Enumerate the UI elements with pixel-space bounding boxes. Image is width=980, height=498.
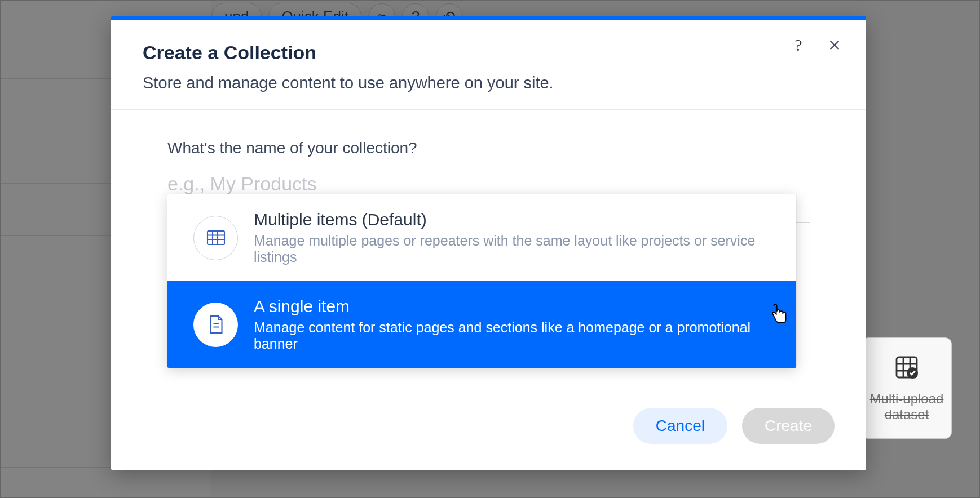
modal-body: What's the name of your collection? bbox=[111, 110, 866, 394]
cancel-button[interactable]: Cancel bbox=[633, 408, 727, 444]
help-icon[interactable]: ? bbox=[787, 34, 810, 56]
cursor-hand-icon bbox=[770, 304, 789, 327]
collection-name-label: What's the name of your collection? bbox=[167, 139, 810, 157]
modal-topbar bbox=[111, 16, 866, 20]
grid-icon bbox=[193, 216, 238, 260]
close-icon[interactable] bbox=[823, 34, 846, 56]
document-icon bbox=[193, 303, 238, 347]
create-collection-modal: Create a Collection Store and manage con… bbox=[111, 16, 866, 470]
option-desc: Manage content for static pages and sect… bbox=[254, 319, 770, 352]
modal-subtitle: Store and manage content to use anywhere… bbox=[143, 74, 835, 92]
option-multiple-items[interactable]: Multiple items (Default) Manage multiple… bbox=[167, 194, 796, 281]
modal-header: Create a Collection Store and manage con… bbox=[111, 20, 866, 110]
bg-floating-panel: Multi-upload dataset bbox=[862, 337, 952, 439]
option-title: A single item bbox=[254, 297, 770, 316]
modal-title: Create a Collection bbox=[143, 42, 835, 64]
collection-type-dropdown: Multiple items (Default) Manage multiple… bbox=[167, 194, 796, 368]
option-title: Multiple items (Default) bbox=[254, 210, 770, 229]
modal-footer: Cancel Create bbox=[111, 394, 866, 470]
create-button[interactable]: Create bbox=[742, 408, 835, 444]
bg-floating-label: Multi-upload dataset bbox=[868, 391, 946, 423]
option-single-item[interactable]: A single item Manage content for static … bbox=[167, 281, 796, 368]
grid-icon bbox=[893, 354, 920, 386]
option-desc: Manage multiple pages or repeaters with … bbox=[254, 233, 770, 265]
svg-rect-8 bbox=[208, 231, 224, 244]
